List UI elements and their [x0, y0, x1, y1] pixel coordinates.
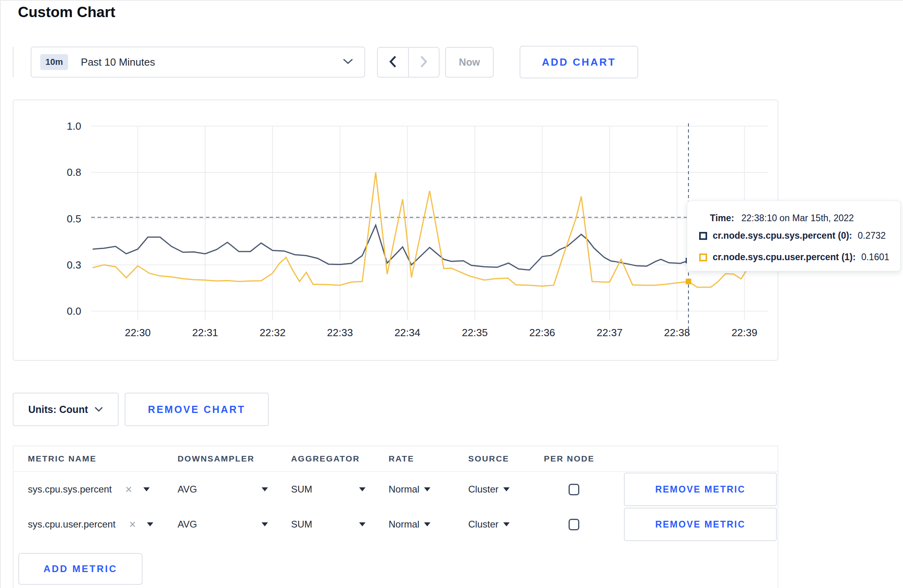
metrics-table: METRIC NAME DOWNSAMPLER AGGREGATOR RATE …: [13, 446, 778, 588]
source-select[interactable]: Cluster: [468, 519, 544, 530]
remove-metric-button[interactable]: REMOVE METRIC: [624, 473, 777, 506]
toolbar-divider: [13, 47, 14, 77]
time-window-badge: 10m: [40, 54, 68, 70]
tooltip-series-name: cr.node.sys.cpu.sys.percent (0):: [713, 230, 852, 241]
chevron-down-icon: [343, 58, 353, 66]
downsampler-value: AVG: [178, 519, 197, 530]
tooltip-series-name: cr.node.sys.cpu.user.percent (1):: [713, 252, 856, 263]
clear-metric-icon[interactable]: ×: [129, 519, 136, 530]
metric-name-value: sys.cpu.user.percent: [28, 519, 115, 530]
per-node-checkbox[interactable]: [569, 484, 579, 495]
dropdown-arrow-icon: [262, 487, 268, 491]
source-value: Cluster: [468, 519, 498, 530]
aggregator-value: SUM: [291, 484, 312, 495]
source-value: Cluster: [468, 484, 498, 495]
metric-name-value: sys.cpu.sys.percent: [28, 484, 112, 495]
metric-name-select[interactable]: sys.cpu.user.percent ×: [28, 519, 178, 530]
svg-text:1.0: 1.0: [67, 120, 81, 132]
col-rate: RATE: [389, 454, 468, 463]
add-metric-button[interactable]: ADD METRIC: [18, 553, 143, 585]
time-nav-group: [377, 47, 440, 78]
rate-value: Normal: [389, 519, 419, 530]
aggregator-select[interactable]: SUM: [291, 484, 389, 495]
tooltip-time-value: 22:38:10 on Mar 15th, 2022: [741, 213, 854, 224]
per-node-checkbox[interactable]: [569, 519, 579, 530]
aggregator-select[interactable]: SUM: [291, 519, 389, 530]
remove-metric-button[interactable]: REMOVE METRIC: [624, 508, 777, 541]
tooltip-series-row: cr.node.sys.cpu.user.percent (1): 0.1601: [699, 252, 889, 263]
svg-text:22:30: 22:30: [125, 327, 150, 339]
svg-text:0.5: 0.5: [67, 213, 81, 225]
svg-text:22:37: 22:37: [597, 327, 623, 339]
tooltip-series-value: 0.2732: [858, 230, 885, 241]
remove-chart-button[interactable]: REMOVE CHART: [125, 393, 269, 426]
chevron-right-icon: [420, 56, 428, 69]
rate-select[interactable]: Normal: [389, 484, 468, 495]
add-chart-button[interactable]: ADD CHART: [520, 46, 638, 78]
now-button[interactable]: Now: [445, 47, 494, 78]
dropdown-arrow-icon: [503, 522, 510, 526]
chevron-down-icon: [94, 407, 103, 412]
chart-tooltip: Time: 22:38:10 on Mar 15th, 2022 cr.node…: [687, 201, 901, 271]
next-time-button[interactable]: [408, 48, 439, 77]
table-row: sys.cpu.sys.percent × AVG SUM Normal Clu…: [14, 472, 778, 507]
tooltip-time-label: Time:: [710, 213, 734, 224]
col-metric-name: METRIC NAME: [28, 454, 178, 463]
page-title: Custom Chart: [18, 4, 115, 21]
tooltip-time-row: Time: 22:38:10 on Mar 15th, 2022: [710, 213, 854, 224]
chevron-left-icon: [389, 56, 397, 69]
col-downsampler: DOWNSAMPLER: [178, 454, 291, 463]
svg-text:22:35: 22:35: [462, 327, 488, 339]
dropdown-arrow-icon: [359, 487, 366, 491]
dropdown-arrow-icon[interactable]: [143, 487, 150, 491]
svg-text:0.0: 0.0: [67, 305, 81, 317]
tooltip-series-value: 0.1601: [861, 252, 889, 263]
tooltip-series-row: cr.node.sys.cpu.sys.percent (0): 0.2732: [699, 230, 886, 241]
dropdown-arrow-icon: [359, 522, 366, 526]
col-per-node: PER NODE: [544, 454, 624, 463]
metrics-table-header: METRIC NAME DOWNSAMPLER AGGREGATOR RATE …: [14, 446, 778, 472]
downsampler-value: AVG: [178, 484, 197, 495]
chart-card: 0.00.30.50.81.022:3022:3122:3222:3322:34…: [13, 99, 778, 361]
dropdown-arrow-icon: [424, 487, 430, 491]
svg-text:22:34: 22:34: [395, 327, 420, 339]
source-select[interactable]: Cluster: [468, 484, 544, 495]
col-source: SOURCE: [468, 454, 544, 463]
svg-text:0.3: 0.3: [67, 259, 81, 271]
aggregator-value: SUM: [291, 519, 312, 530]
svg-text:22:36: 22:36: [529, 327, 555, 339]
dropdown-arrow-icon: [424, 522, 430, 526]
svg-text:22:39: 22:39: [731, 327, 757, 339]
metrics-line-chart[interactable]: 0.00.30.50.81.022:3022:3122:3222:3322:34…: [14, 100, 778, 360]
downsampler-select[interactable]: AVG: [178, 519, 291, 530]
dropdown-arrow-icon: [262, 522, 268, 526]
clear-metric-icon[interactable]: ×: [125, 484, 132, 495]
dropdown-arrow-icon: [503, 487, 510, 491]
rate-value: Normal: [389, 484, 419, 495]
units-dropdown[interactable]: Units: Count: [13, 393, 119, 426]
series-swatch-user-icon: [699, 253, 707, 261]
metric-name-select[interactable]: sys.cpu.sys.percent ×: [28, 484, 178, 495]
svg-text:22:32: 22:32: [260, 327, 285, 339]
units-label: Units: Count: [28, 404, 88, 415]
rate-select[interactable]: Normal: [389, 519, 468, 530]
col-aggregator: AGGREGATOR: [291, 454, 389, 463]
svg-text:22:38: 22:38: [664, 327, 690, 339]
svg-text:22:31: 22:31: [192, 327, 218, 339]
prev-time-button[interactable]: [378, 48, 408, 77]
time-window-label: Past 10 Minutes: [81, 56, 155, 68]
dropdown-arrow-icon[interactable]: [147, 522, 153, 526]
svg-text:22:33: 22:33: [327, 327, 353, 339]
table-row: sys.cpu.user.percent × AVG SUM Normal Cl…: [14, 507, 778, 542]
time-range-dropdown[interactable]: 10m Past 10 Minutes: [31, 47, 365, 78]
svg-text:0.8: 0.8: [67, 166, 81, 178]
downsampler-select[interactable]: AVG: [178, 484, 291, 495]
series-swatch-sys-icon: [699, 232, 707, 240]
